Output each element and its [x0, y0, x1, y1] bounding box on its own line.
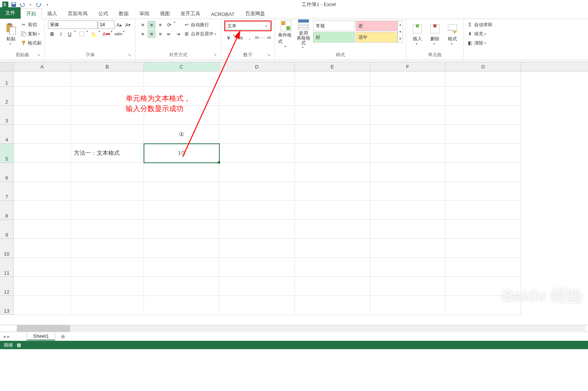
cell-D7[interactable]	[219, 182, 295, 201]
cell-A11[interactable]	[14, 258, 71, 277]
percent-button[interactable]: %	[236, 33, 245, 42]
cell-C5[interactable]: 1/5	[144, 144, 219, 163]
cell-E5[interactable]	[295, 144, 370, 163]
autosum-button[interactable]: Σ自动求和	[467, 21, 492, 29]
align-bottom-button[interactable]: ≡	[156, 21, 165, 29]
clear-button[interactable]: ◧清除▾	[467, 39, 487, 47]
cell-F9[interactable]	[370, 220, 446, 239]
cell-F10[interactable]	[370, 239, 446, 258]
cell-E7[interactable]	[295, 182, 370, 201]
paste-button[interactable]: 粘贴 ▾	[3, 21, 19, 48]
format-painter-button[interactable]: 格式刷	[21, 39, 42, 47]
font-color-button[interactable]: A	[102, 30, 110, 38]
cell-D12[interactable]	[219, 277, 295, 296]
cell-C10[interactable]	[144, 239, 219, 258]
row-header-6[interactable]: 6	[0, 163, 14, 182]
horizontal-scrollbar[interactable]	[17, 325, 585, 332]
number-launcher[interactable]: ⤡	[266, 53, 272, 58]
decrease-indent-button[interactable]: ⇤	[165, 30, 173, 38]
cell-E2[interactable]	[295, 87, 370, 106]
cell-D13[interactable]	[219, 296, 295, 315]
decrease-decimal-button[interactable]: ←.00	[263, 33, 271, 42]
style-good[interactable]: 好	[313, 32, 355, 43]
cell-C13[interactable]	[144, 296, 219, 315]
macro-record-icon[interactable]: ▦	[17, 342, 21, 348]
cell-F1[interactable]	[370, 72, 446, 87]
font-launcher[interactable]: ⤡	[127, 53, 132, 58]
cell-E1[interactable]	[295, 72, 370, 87]
cell-D4[interactable]	[219, 125, 295, 144]
cell-D3[interactable]	[219, 106, 295, 125]
cell-F13[interactable]	[370, 296, 446, 315]
fill-button[interactable]: ⬇填充▾	[467, 30, 487, 38]
row-header-7[interactable]: 7	[0, 182, 14, 201]
row-header-8[interactable]: 8	[0, 201, 14, 220]
cell-G7[interactable]	[446, 182, 521, 201]
cell-D1[interactable]	[219, 72, 295, 87]
cell-A7[interactable]	[14, 182, 71, 201]
tab-review[interactable]: 审阅	[134, 9, 155, 19]
increase-font-button[interactable]: A▴	[115, 21, 123, 29]
worksheet-grid[interactable]: ABCDEFG 1234①5方法一：文本格式1/5678910111213 单元…	[0, 62, 588, 325]
cell-A5[interactable]	[14, 144, 71, 163]
row-header-3[interactable]: 3	[0, 106, 14, 125]
tab-formulas[interactable]: 公式	[93, 9, 113, 19]
cell-B4[interactable]	[71, 125, 144, 144]
cell-A9[interactable]	[14, 220, 71, 239]
style-bad[interactable]: 差	[356, 21, 398, 31]
select-all-corner[interactable]	[0, 62, 14, 71]
cell-B7[interactable]	[71, 182, 144, 201]
cell-B13[interactable]	[71, 296, 144, 315]
style-neutral[interactable]: 适中	[356, 32, 398, 43]
undo-dropdown[interactable]: ▾	[27, 1, 34, 8]
cell-C11[interactable]	[144, 258, 219, 277]
cell-C1[interactable]	[144, 72, 219, 87]
cell-G5[interactable]	[446, 144, 521, 163]
tab-insert[interactable]: 插入	[42, 9, 62, 19]
font-name-select[interactable]	[48, 21, 97, 29]
cell-C8[interactable]	[144, 201, 219, 220]
row-header-1[interactable]: 1	[0, 72, 14, 87]
cell-E12[interactable]	[295, 277, 370, 296]
increase-decimal-button[interactable]: .00→	[254, 33, 262, 42]
style-gallery-more[interactable]: ▴▾⊻	[398, 21, 403, 43]
align-right-button[interactable]: ≡	[156, 30, 165, 38]
cell-E8[interactable]	[295, 201, 370, 220]
wrap-text-button[interactable]: ↩自动换行	[184, 21, 218, 29]
cell-F6[interactable]	[370, 163, 446, 182]
cell-A10[interactable]	[14, 239, 71, 258]
tab-view[interactable]: 视图	[155, 9, 175, 19]
cell-A1[interactable]	[14, 72, 71, 87]
tab-pagelayout[interactable]: 页面布局	[62, 9, 93, 19]
cell-F5[interactable]	[370, 144, 446, 163]
sheet-nav[interactable]: ◂ ▸	[0, 334, 27, 339]
row-header-10[interactable]: 10	[0, 239, 14, 258]
col-header-C[interactable]: C	[144, 62, 219, 71]
cell-F11[interactable]	[370, 258, 446, 277]
cell-A3[interactable]	[14, 106, 71, 125]
cell-F12[interactable]	[370, 277, 446, 296]
cell-F4[interactable]	[370, 125, 446, 144]
cell-E4[interactable]	[295, 125, 370, 144]
tab-baidu[interactable]: 百度网盘	[240, 9, 270, 19]
add-sheet-button[interactable]: ⊕	[58, 334, 67, 339]
col-header-B[interactable]: B	[71, 62, 144, 71]
underline-button[interactable]: U	[66, 30, 74, 38]
cell-E9[interactable]	[295, 220, 370, 239]
alignment-launcher[interactable]: ⤡	[213, 53, 218, 58]
italic-button[interactable]: I	[57, 30, 65, 38]
row-header-9[interactable]: 9	[0, 220, 14, 239]
cell-A6[interactable]	[14, 163, 71, 182]
cell-G8[interactable]	[446, 201, 521, 220]
increase-indent-button[interactable]: ⇥	[174, 30, 182, 38]
orientation-button[interactable]: ⟳	[165, 21, 173, 29]
cell-G1[interactable]	[446, 72, 521, 87]
row-header-4[interactable]: 4	[0, 125, 14, 144]
decrease-font-button[interactable]: A▾	[124, 21, 132, 29]
format-cells-button[interactable]: 格式▾	[444, 21, 460, 48]
cell-B1[interactable]	[71, 72, 144, 87]
merge-center-button[interactable]: ⊞合并后居中▾	[184, 30, 218, 38]
cell-B10[interactable]	[71, 239, 144, 258]
redo-button[interactable]	[35, 1, 43, 8]
align-left-button[interactable]: ≡	[139, 30, 147, 38]
